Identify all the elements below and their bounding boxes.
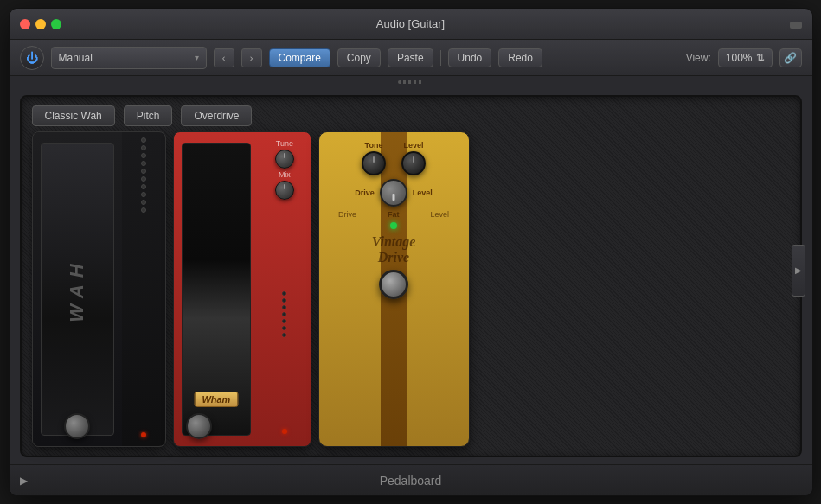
undo-button[interactable]: Undo	[448, 48, 492, 67]
wah-led	[141, 432, 146, 437]
wah-indicators	[122, 132, 164, 446]
od-middle-row: Drive Level	[355, 179, 433, 207]
bottom-bar: ▶ Pedalboard	[10, 464, 812, 495]
overdrive-pedal: Tone Level Drive Level	[318, 131, 470, 447]
pitch-dot-4	[282, 312, 286, 316]
main-area: Classic Wah Pitch Overdrive	[10, 76, 812, 464]
od-level-label: Level	[403, 141, 423, 150]
od-fat-label: Level	[413, 188, 433, 197]
od-footswitch[interactable]	[379, 270, 408, 299]
drag-handle	[10, 76, 812, 88]
pitch-dot-3	[282, 305, 286, 309]
maximize-button[interactable]	[51, 19, 61, 29]
scroll-right-button[interactable]: ▶	[792, 245, 805, 297]
main-window: Audio [Guitar] ⏻ Manual ▾ ‹ › Compare Co…	[9, 8, 813, 496]
od-top-knobs: Tone Level	[362, 141, 426, 175]
od-level-sublabel: Level	[431, 210, 450, 219]
pitch-footswitch[interactable]	[186, 413, 212, 439]
play-button[interactable]: ▶	[20, 475, 28, 487]
window-title: Audio [Guitar]	[376, 17, 446, 30]
pedals-row: WAH	[32, 131, 790, 447]
pitch-label-button[interactable]: Pitch	[124, 105, 173, 126]
link-button[interactable]: 🔗	[779, 48, 802, 67]
nav-prev-button[interactable]: ‹	[214, 48, 234, 67]
preset-value: Manual	[59, 52, 93, 64]
drag-dots-icon	[398, 80, 424, 84]
classic-wah-label-button[interactable]: Classic Wah	[32, 105, 115, 126]
od-fat-knob[interactable]	[380, 179, 407, 207]
wah-dot-8	[141, 192, 146, 197]
wah-dot-5	[141, 169, 146, 174]
wah-rocker-area[interactable]: WAH	[33, 132, 123, 446]
wah-dot-4	[141, 161, 146, 166]
pitch-leds	[282, 201, 286, 427]
zoom-arrows-icon: ⇅	[756, 52, 765, 64]
nav-next-button[interactable]: ›	[241, 48, 262, 67]
link-icon: 🔗	[784, 52, 797, 64]
pedalboard-title: Pedalboard	[380, 474, 442, 488]
pedal-labels-row: Classic Wah Pitch Overdrive	[32, 105, 790, 126]
wham-brand-label: Wham	[194, 392, 238, 407]
wah-text: WAH	[66, 257, 88, 322]
preset-select[interactable]: Manual ▾	[51, 47, 207, 69]
pitch-controls: Tune Mix	[259, 132, 310, 446]
od-tone-label: Tone	[365, 141, 383, 150]
pitch-dot-2	[282, 298, 286, 303]
mix-knob[interactable]	[275, 181, 294, 200]
zoom-control[interactable]: 100% ⇅	[718, 48, 773, 67]
pitch-pedal: Wham Tune Mix	[173, 131, 311, 447]
toolbar-separator	[440, 50, 441, 66]
wah-dot-3	[141, 153, 146, 158]
wah-dot-9	[141, 200, 146, 205]
od-tone-knob[interactable]	[362, 151, 386, 175]
overdrive-label-button[interactable]: Overdrive	[181, 105, 252, 126]
od-brand-label: VintageDrive	[372, 234, 416, 265]
tune-knob[interactable]	[275, 150, 294, 169]
od-drive-sublabel: Drive	[338, 210, 356, 219]
pitch-dot-5	[282, 319, 286, 323]
wah-dot-2	[141, 145, 146, 150]
od-fat-center-label: Fat	[388, 210, 400, 219]
pitch-dot-7	[282, 333, 286, 337]
close-button[interactable]	[20, 19, 30, 29]
corner-button[interactable]	[790, 22, 802, 29]
window-controls-right	[790, 16, 802, 32]
paste-button[interactable]: Paste	[388, 48, 433, 67]
pedalboard-area: Classic Wah Pitch Overdrive	[10, 88, 812, 464]
od-drive-label: Drive	[355, 188, 375, 197]
redo-button[interactable]: Redo	[498, 48, 542, 67]
power-button[interactable]: ⏻	[20, 46, 44, 70]
compare-button[interactable]: Compare	[269, 48, 330, 67]
chevron-down-icon: ▾	[195, 53, 199, 62]
tune-label: Tune	[276, 139, 293, 148]
wah-dot-7	[141, 184, 146, 189]
wah-dot-10	[141, 207, 146, 213]
od-level-group: Level	[401, 141, 426, 175]
pitch-dot-1	[282, 291, 286, 296]
minimize-button[interactable]	[35, 19, 46, 29]
view-label: View:	[686, 52, 711, 64]
od-led	[390, 222, 397, 229]
title-bar: Audio [Guitar]	[10, 9, 812, 40]
wah-footswitch[interactable]	[64, 413, 90, 439]
toolbar: ⏻ Manual ▾ ‹ › Compare Copy Paste Undo R…	[10, 40, 812, 76]
pedalboard: Classic Wah Pitch Overdrive	[20, 95, 802, 457]
pitch-dot-6	[282, 326, 286, 330]
od-tone-group: Tone	[362, 141, 386, 175]
od-level-knob[interactable]	[401, 151, 426, 175]
classic-wah-pedal: WAH	[32, 131, 166, 447]
traffic-lights	[20, 19, 61, 29]
wah-dot-6	[141, 176, 146, 182]
copy-button[interactable]: Copy	[337, 48, 381, 67]
pitch-led	[282, 429, 287, 434]
wah-dot-1	[141, 137, 146, 143]
zoom-value: 100%	[726, 52, 753, 64]
pitch-rocker-area[interactable]: Wham	[174, 132, 260, 446]
mix-label: Mix	[279, 170, 291, 179]
power-icon: ⏻	[26, 52, 38, 64]
